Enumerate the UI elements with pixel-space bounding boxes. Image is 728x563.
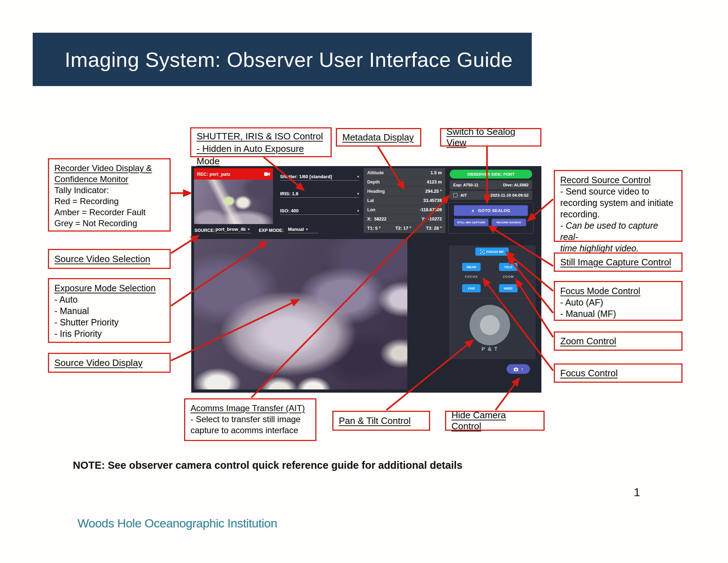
annotation-line: Acomms Image Transfer (AIT) (191, 403, 310, 414)
iso-dropdown[interactable]: ISO: 400 ▾ (280, 208, 359, 215)
metadata-row-lon: Lon -118.67309 (364, 205, 445, 214)
annotation-line: Record Source Control (560, 174, 676, 186)
pan-tilt-label: P & T (470, 346, 510, 352)
ait-row: AIT 2023-11-10 04:09:52 (450, 191, 532, 200)
metadata-label: Lat (367, 198, 374, 203)
still-img-capture-label: STILL IMG CAPTURE (457, 221, 485, 224)
ait-checkbox[interactable] (453, 193, 457, 197)
recorder-tally-banner: REC: port_patz (194, 168, 273, 180)
annotation-line: - Shutter Priority (54, 317, 164, 328)
observer-side-badge: OBSERVER SIDE: PORT (450, 170, 532, 179)
annotation-line: Tally Indicator: (54, 185, 164, 196)
annotation-line: Metadata Display (342, 132, 414, 143)
camera-ui-screenshot: REC: port_patz SOURCE: port_brow_4k ▾ EX… (191, 166, 541, 393)
wide-label: WIDE (504, 286, 513, 290)
zoom-column-label: ZOOM (499, 275, 518, 278)
t2-value: T2: 17 ° (395, 226, 411, 231)
metadata-row-xy: X: 58222 Y: -10272 (364, 214, 445, 224)
hide-camera-control-button[interactable]: ↑ (507, 364, 530, 374)
annotation-shutter-iris-iso: SHUTTER, IRIS & ISO Control - Hidden in … (190, 127, 332, 157)
annotation-still-image-capture: Still Image Capture Control (554, 253, 682, 272)
zoom-wide-button[interactable]: WIDE (499, 284, 518, 292)
metadata-panel: Altitude 1.5 m Depth 4123 m Heading 294.… (364, 168, 445, 233)
annotation-line: - Auto (AF) (560, 297, 676, 308)
annotation-line: - Hidden in Auto Exposure Mode (197, 143, 325, 168)
metadata-label: Altitude (367, 170, 384, 175)
focus-mode-button[interactable]: FOCUS MF (475, 248, 509, 256)
exp-mode-dropdown[interactable]: Manual ▾ (288, 227, 318, 233)
annotation-line: recording. (560, 208, 676, 220)
annotation-line: Focus Mode Control (560, 285, 676, 297)
near-label: NEAR (467, 265, 476, 269)
annotation-source-selection: Source Video Selection (48, 249, 171, 269)
dive-id: Dive: AL5082 (503, 183, 529, 187)
t1-value: T1: 5 ° (367, 226, 381, 231)
metadata-row-altitude: Altitude 1.5 m (364, 168, 445, 177)
panel-divider (454, 298, 530, 299)
annotation-line: - Manual (54, 305, 164, 317)
shutter-value: Shutter: 1/60 [standard] (280, 174, 332, 179)
zoom-tele-button[interactable]: TELE (499, 263, 518, 271)
record-source-button[interactable]: RECORD SOURCE (492, 219, 526, 226)
annotation-metadata-display: Metadata Display (336, 128, 421, 147)
shutter-dropdown[interactable]: Shutter: 1/60 [standard] ▾ (280, 174, 359, 181)
metadata-row-temps: T1: 5 ° T2: 17 ° T3: 28 ° (364, 224, 445, 233)
metadata-value: 1.5 m (430, 170, 442, 175)
annotation-focus-control: Focus Control (554, 363, 682, 383)
iris-value: IRIS: 1.8 (280, 191, 298, 196)
rec-banner-label: REC: port_patz (197, 171, 230, 177)
exp-mode-label: EXP MODE: (259, 228, 284, 233)
annotation-zoom-control: Zoom Control (554, 331, 682, 351)
t3-value: T3: 28 ° (426, 226, 442, 231)
annotation-line: Zoom Control (560, 336, 616, 347)
annotation-line: Red = Recording (54, 196, 164, 207)
focus-far-button[interactable]: FAR (462, 284, 481, 292)
caret-down-icon: ▾ (248, 227, 250, 231)
annotation-line: Source Video Selection (54, 254, 150, 265)
record-source-label: RECORD SOURCE (497, 221, 521, 224)
annotation-line: - Select to transfer still image (191, 414, 310, 425)
annotation-line: Amber = Recorder Fault (54, 207, 164, 218)
camcorder-icon (264, 172, 270, 176)
annotation-line: Source Video Display (54, 357, 143, 368)
caret-down-icon: ▾ (306, 227, 308, 231)
goto-sealog-label: GOTO SEALOG (478, 208, 510, 213)
caret-down-icon: ▾ (357, 209, 359, 213)
annotation-pan-tilt: Pan & Tilt Control (332, 411, 430, 431)
focus-bracket-icon (480, 250, 485, 254)
iris-dropdown[interactable]: IRIS: 1.8 ▾ (280, 191, 359, 198)
exp-mode-value: Manual (288, 227, 304, 232)
metadata-row-heading: Heading 294.25 ° (364, 187, 445, 196)
annotation-line: Hide Camera Control (451, 410, 538, 432)
annotation-line: Still Image Capture Control (560, 257, 671, 268)
confidence-monitor-video (194, 180, 273, 224)
page-number: 1 (634, 486, 640, 499)
annotation-line: Focus Control (560, 368, 618, 379)
metadata-value: 294.25 ° (425, 189, 442, 194)
source-select-dropdown[interactable]: port_brow_4k ▾ (215, 227, 251, 233)
annotation-recorder-display: Recorder Video Display & Confidence Moni… (48, 158, 171, 232)
note-text: NOTE: See observer camera control quick … (73, 460, 462, 471)
pan-tilt-joystick-knob[interactable] (480, 315, 500, 335)
goto-sealog-button[interactable]: ∧ GOTO SEALOG (454, 205, 528, 216)
annotation-source-display: Source Video Display (48, 353, 171, 373)
annotation-line: Confidence Monitor (54, 174, 164, 185)
focus-near-button[interactable]: NEAR (462, 263, 481, 271)
guide-page: Imaging System: Observer User Interface … (0, 0, 728, 563)
footer-logo-text: Woods Hole Oceanographic Institution (77, 516, 277, 530)
source-label: SOURCE: (194, 228, 215, 233)
expedition-id: Exp: AT50-11 (453, 183, 478, 187)
camera-icon (513, 367, 519, 371)
annotation-line: Exposure Mode Selection (54, 282, 164, 294)
annotation-line: - Send source video to (560, 186, 676, 197)
page-title: Imaging System: Observer User Interface … (33, 48, 513, 71)
annotation-line: - Auto (54, 294, 164, 305)
metadata-row-depth: Depth 4123 m (364, 177, 445, 187)
annotation-line: Grey = Not Recording (54, 218, 164, 229)
metadata-value: 33.45739 (423, 198, 442, 203)
annotation-line: - Manual (MF) (560, 308, 676, 319)
annotation-acomms-transfer: Acomms Image Transfer (AIT) - Select to … (184, 398, 316, 441)
still-img-capture-button[interactable]: STILL IMG CAPTURE (454, 219, 488, 226)
tele-label: TELE (504, 265, 513, 269)
far-label: FAR (468, 286, 475, 290)
